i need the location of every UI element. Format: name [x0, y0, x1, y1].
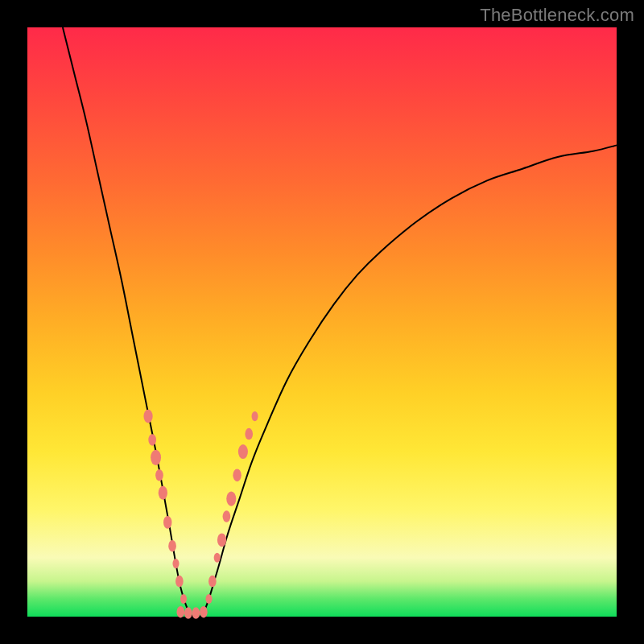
- curve-marker: [226, 492, 236, 506]
- curve-layer: [27, 27, 617, 617]
- curve-marker: [208, 576, 217, 588]
- curve-marker: [172, 559, 179, 568]
- bottleneck-curve: [63, 27, 617, 618]
- curve-marker: [223, 510, 231, 522]
- curve-marker: [143, 410, 152, 423]
- curve-marker: [252, 411, 258, 421]
- curve-marker: [176, 606, 184, 618]
- curve-marker: [200, 606, 208, 618]
- curve-marker: [192, 607, 200, 619]
- watermark-text: TheBottleneck.com: [480, 5, 634, 26]
- curve-marker: [205, 594, 212, 604]
- curve-marker: [175, 576, 184, 588]
- curve-marker: [214, 553, 221, 563]
- curve-marker: [148, 434, 156, 446]
- plot-area: [27, 27, 617, 617]
- curve-marker: [184, 607, 192, 619]
- curve-marker: [168, 540, 176, 552]
- curve-marker: [151, 450, 161, 465]
- curve-marker: [180, 594, 187, 604]
- curve-marker: [159, 486, 167, 500]
- marker-group: [143, 410, 258, 619]
- curve-marker: [163, 516, 171, 529]
- curve-marker: [238, 444, 248, 459]
- curve-marker: [155, 469, 163, 481]
- curve-marker: [233, 469, 241, 481]
- curve-marker: [245, 428, 253, 440]
- chart-frame: TheBottleneck.com: [0, 0, 644, 644]
- curve-marker: [217, 533, 226, 547]
